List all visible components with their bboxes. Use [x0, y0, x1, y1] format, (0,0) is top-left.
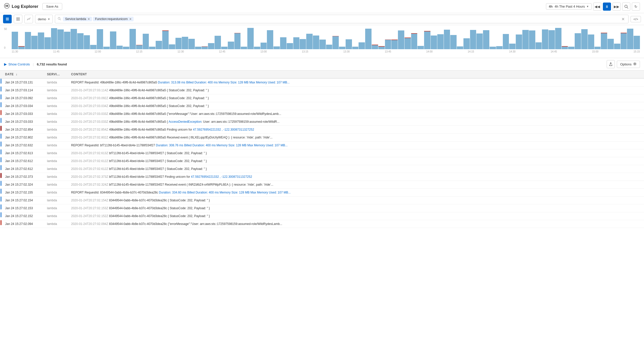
chart-bar-group	[44, 28, 51, 49]
svg-rect-10	[17, 19, 18, 21]
table-row[interactable]: Jan 24 15:27:02.854lambda2020-01-24T20:2…	[0, 126, 644, 134]
bar-blue	[365, 29, 372, 49]
chart-view-button[interactable]	[24, 15, 33, 23]
svg-rect-2	[7, 5, 8, 7]
chart-bar-group	[516, 28, 522, 49]
chart-bar-group	[130, 28, 136, 49]
content-cell: REPORT RequestId: 49bd489e-186c-49f6-8c4…	[68, 78, 644, 86]
table-row[interactable]: Jan 24 15:27:02.802lambda2020-01-24T20:2…	[0, 134, 644, 142]
bar-blue	[51, 28, 57, 49]
content-cell: 2020-01-24T20:27:03.033Z 49bd489e-186c-4…	[68, 110, 644, 118]
rewind-button[interactable]: ◀◀	[593, 3, 601, 11]
content-cell: 2020-01-24T20:27:02.152Z 83449544-0abb-4…	[68, 212, 644, 220]
content-highlight: AccessDeniedException	[169, 120, 201, 123]
table-row[interactable]: Jan 24 15:27:03.033lambda2020-01-24T20:2…	[0, 110, 644, 118]
filter-function-close[interactable]: ✕	[129, 17, 132, 21]
service-cell: lambda	[44, 102, 68, 110]
table-row[interactable]: Jan 24 15:27:02.373lambda2020-01-24T20:2…	[0, 173, 644, 181]
table-row[interactable]: Jan 24 15:27:02.324lambda2020-01-24T20:2…	[0, 181, 644, 189]
save-as-button[interactable]: Save As	[42, 3, 62, 10]
filter-tag-function[interactable]: Function:requestunicorn ✕	[93, 17, 134, 21]
level-indicator-cell	[0, 86, 2, 94]
service-cell: lambda	[44, 212, 68, 220]
bar-blue	[215, 36, 221, 49]
export-button[interactable]	[607, 60, 615, 68]
filter-service-close[interactable]: ✕	[88, 17, 90, 21]
table-row[interactable]: Jan 24 15:27:02.632lambdaREPORT RequestI…	[0, 142, 644, 149]
filter-tag-service[interactable]: Service:lambda ✕	[63, 17, 92, 21]
chart-bar-group	[319, 28, 326, 49]
bar-blue	[136, 45, 142, 49]
table-row[interactable]: Jan 24 15:27:03.114lambda2020-01-24T20:2…	[0, 86, 644, 94]
chart-bar-group	[496, 28, 503, 49]
show-controls-button[interactable]: ▶ Show Controls	[4, 62, 30, 66]
table-row[interactable]: Jan 24 15:27:02.613lambda2020-01-24T20:2…	[0, 149, 644, 157]
clear-search-button[interactable]: ✕	[620, 17, 626, 22]
table-view-button[interactable]	[14, 15, 22, 23]
table-row[interactable]: Jan 24 15:27:02.094lambda2020-01-24T20:2…	[0, 220, 644, 228]
chart-bar-group	[84, 28, 90, 49]
level-indicator	[1, 79, 2, 84]
table-row[interactable]: Jan 24 15:27:02.152lambda2020-01-24T20:2…	[0, 212, 644, 220]
chart-bar-group	[581, 28, 588, 49]
search-input[interactable]	[134, 17, 620, 21]
content-gray: 2020-01-24T20:27:02.373Z	[71, 175, 109, 179]
chart-bar-group	[509, 28, 516, 49]
chart-bar-group	[490, 28, 496, 49]
table-row[interactable]: Jan 24 15:27:02.612lambda2020-01-24T20:2…	[0, 165, 644, 173]
search-button[interactable]	[622, 3, 630, 11]
code-button[interactable]: </>	[631, 16, 641, 22]
table-row[interactable]: Jan 24 15:27:02.154lambda2020-01-24T20:2…	[0, 197, 644, 204]
table-row[interactable]: Jan 24 15:27:03.033lambda2020-01-24T20:2…	[0, 118, 644, 126]
chart-bar-group	[123, 28, 129, 49]
chart-bar-group	[202, 28, 208, 49]
bar-blue	[614, 44, 620, 49]
date-cell: Jan 24 15:27:02.094	[2, 220, 44, 228]
chart-bar-group	[25, 28, 31, 49]
chart-bar-group	[156, 28, 162, 49]
chart-bar-group	[411, 28, 417, 49]
chart-bar-group	[254, 28, 260, 49]
level-indicator-cell	[0, 220, 2, 228]
chart-bar-group	[143, 28, 149, 49]
bar-blue	[234, 33, 241, 49]
level-indicator-cell	[0, 94, 2, 102]
options-button[interactable]: Options	[617, 61, 640, 68]
level-indicator	[1, 157, 2, 162]
chart-x-axis: 11:30 11:45 12:00 12:15 12:30 12:45 13:0…	[12, 49, 640, 53]
content-gray: 2020-01-24T20:27:03.114Z	[71, 89, 109, 92]
table-row[interactable]: Jan 24 15:27:02.612lambda2020-01-24T20:2…	[0, 157, 644, 165]
bar-blue	[149, 47, 155, 49]
table-row[interactable]: Jan 24 15:27:03.034lambda2020-01-24T20:2…	[0, 102, 644, 110]
service-cell: lambda	[44, 220, 68, 228]
date-cell: Jan 24 15:27:02.612	[2, 165, 44, 173]
table-row[interactable]: Jan 24 15:27:03.131lambdaREPORT RequestI…	[0, 78, 644, 86]
forward-button[interactable]: ▶▶	[613, 3, 621, 11]
col-service-header[interactable]: SERVI...	[44, 70, 68, 78]
refresh-button[interactable]: ↻	[632, 3, 640, 11]
service-cell: lambda	[44, 118, 68, 126]
table-row[interactable]: Jan 24 15:27:03.092lambda2020-01-24T20:2…	[0, 94, 644, 102]
content-highlight: 47.59276954221332 , -122.30087311327252	[193, 128, 254, 131]
content-cell: 2020-01-24T20:27:02.612Z bf7113fd-b145-4…	[68, 165, 644, 173]
table-row[interactable]: Jan 24 15:27:02.155lambdaREPORT RequestI…	[0, 189, 644, 197]
source-selector[interactable]: demo ▼	[35, 15, 53, 23]
pause-button[interactable]: ⏸	[603, 3, 611, 11]
col-date-header[interactable]: DATE ↓	[2, 70, 44, 78]
table-row[interactable]: Jan 24 15:27:02.153lambda2020-01-24T20:2…	[0, 204, 644, 212]
chart-bar-group	[398, 28, 404, 49]
filter-function-text: Function:requestunicorn	[95, 17, 128, 21]
content-highlight: Duration: 308.76 ms Billed Duration: 400…	[156, 144, 288, 147]
bar-blue	[267, 30, 273, 49]
bar-blue	[241, 47, 247, 49]
date-cell: Jan 24 15:27:02.324	[2, 181, 44, 189]
search-bar[interactable]: Service:lambda ✕ Function:requestunicorn…	[55, 15, 629, 23]
bar-blue	[57, 29, 64, 49]
time-range-selector[interactable]: 4h 4h The Past 4 Hours ▼	[546, 3, 592, 10]
level-indicator	[1, 204, 2, 209]
chart-bar-group	[529, 28, 535, 49]
list-view-button[interactable]	[3, 15, 12, 23]
bar-blue	[332, 36, 339, 49]
service-cell: lambda	[44, 197, 68, 204]
bar-blue	[97, 29, 103, 49]
